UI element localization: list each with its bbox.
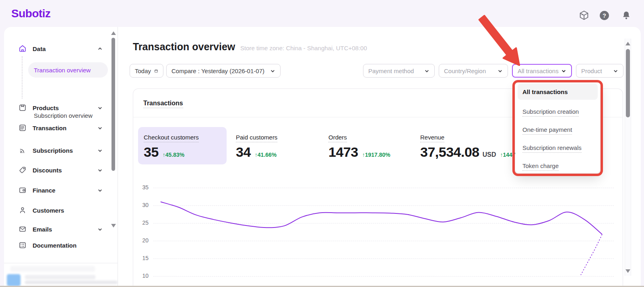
doc-icon (19, 241, 27, 249)
dropdown-item-label: Subscription renewals (522, 144, 582, 153)
tree-guide-line (22, 56, 23, 98)
sidebar-item-label: Customers (33, 207, 64, 214)
chevron-down-icon (97, 105, 103, 111)
sidebar-item-finance[interactable]: Finance (4, 182, 118, 198)
chevron-down-icon (97, 125, 103, 131)
main-scroll-down-arrow[interactable] (625, 269, 630, 273)
sidebar-scroll-area: Data Transaction overview Subscription o… (4, 27, 118, 232)
stat-paid-customers[interactable]: Paid customers 34 ↑41.66% (230, 127, 319, 164)
gridline (153, 188, 614, 188)
sidebar-item-label: Data (33, 45, 46, 52)
sidebar-item-transaction-overview[interactable]: Transaction overview (28, 62, 108, 78)
wallet-icon (19, 186, 27, 194)
product-filter[interactable]: Product (576, 64, 623, 78)
chevron-down-icon (424, 68, 429, 74)
stat-value: 35 (144, 144, 159, 160)
chevron-down-icon (270, 68, 275, 74)
sidebar-item-products[interactable]: Products (4, 100, 118, 116)
sidebar-item-documentation[interactable]: Documentation (4, 237, 118, 253)
sidebar-item-emails[interactable]: Emails (4, 221, 118, 232)
sidebar-scroll-down-arrow[interactable] (111, 224, 116, 228)
page-title: Transaction overview (133, 41, 235, 53)
stat-change: ↑41.66% (255, 152, 277, 158)
dropdown-item-token-charge[interactable]: Token charge (522, 158, 559, 176)
sidebar-item-label: Transaction (33, 125, 66, 131)
payment-method-placeholder: Payment method (368, 68, 414, 74)
main-scrollbar-thumb[interactable] (626, 49, 630, 117)
user-icon (19, 206, 27, 214)
stat-change: ↑1917.80% (362, 152, 390, 158)
blurred-row (25, 281, 118, 284)
stat-label: Paid customers (236, 134, 319, 141)
blurred-row (10, 266, 95, 272)
stat-value: 34 (236, 144, 251, 160)
sidebar-item-discounts[interactable]: Discounts (4, 162, 118, 178)
sidebar-item-data[interactable]: Data (4, 41, 118, 57)
sidebar-scroll-up-arrow[interactable] (111, 31, 116, 35)
calendar-icon (154, 68, 158, 74)
card-title: Transactions (143, 100, 183, 107)
gridline (153, 223, 614, 223)
chevron-down-icon (613, 68, 618, 74)
dropdown-item-all-transactions[interactable]: All transactions (518, 84, 598, 100)
gridline (153, 205, 614, 206)
stat-checkout-customers[interactable]: Checkout customers 35 ↑45.83% (138, 127, 227, 164)
chevron-down-icon (497, 68, 503, 74)
app-logo[interactable]: Subotiz (11, 7, 51, 20)
dropdown-item-label: Subscription creation (522, 108, 579, 117)
date-filter-button[interactable]: Today (130, 64, 163, 78)
sidebar-item-label: Discounts (33, 167, 62, 174)
account-widget-blurred[interactable] (5, 265, 114, 285)
chevron-down-icon (561, 68, 566, 74)
sidebar-item-customers[interactable]: Customers (4, 202, 118, 218)
chevron-down-icon (97, 227, 103, 232)
sidebar-item-subscriptions[interactable]: Subscriptions (4, 142, 118, 158)
home-icon (19, 45, 27, 53)
list-icon (19, 124, 27, 132)
stat-orders[interactable]: Orders 1473 ↑1917.80% (323, 127, 411, 164)
chevron-down-icon (97, 188, 103, 193)
y-axis-tick: 30 (133, 202, 149, 208)
dropdown-item-subscription-creation[interactable]: Subscription creation (522, 103, 579, 121)
y-axis-tick: 10 (133, 273, 149, 279)
sidebar-bottom-divider (4, 263, 118, 263)
main-scroll-up-arrow[interactable] (625, 42, 630, 45)
dropdown-item-one-time-payment[interactable]: One-time payment (522, 121, 572, 139)
stat-change: ↑45.83% (163, 152, 184, 158)
stat-value: 37,534.08 (420, 144, 479, 160)
dropdown-item-label: Token charge (522, 162, 559, 171)
stat-label: Orders (328, 134, 411, 141)
transaction-type-dropdown: All transactions Subscription creation O… (515, 83, 600, 173)
transaction-type-value: All transactions (518, 68, 559, 74)
sidebar-item-transaction[interactable]: Transaction (4, 120, 118, 136)
dropdown-item-label: One-time payment (522, 126, 572, 135)
dropdown-item-subscription-renewals[interactable]: Subscription renewals (522, 139, 582, 158)
y-axis-tick: 35 (133, 184, 149, 191)
chevron-up-icon (97, 46, 103, 51)
box-icon (19, 104, 27, 112)
mail-icon (19, 225, 27, 232)
help-icon[interactable]: ? (599, 10, 611, 22)
y-axis-tick: 25 (133, 219, 149, 226)
country-region-filter[interactable]: Country/Region (439, 64, 508, 78)
package-icon[interactable] (578, 10, 590, 21)
stat-unit: USD (483, 151, 496, 158)
rss-icon (19, 146, 27, 154)
timezone-note: Store time zone: China - Shanghai, UTC+0… (240, 45, 367, 51)
avatar (7, 274, 21, 286)
compare-filter-button[interactable]: Compare : Yesterday (2026-01-07) (166, 64, 281, 78)
dropdown-item-label: All transactions (522, 88, 568, 95)
chevron-down-icon (97, 168, 103, 173)
compare-filter-label: Compare : Yesterday (2026-01-07) (171, 68, 264, 74)
bell-icon[interactable] (621, 10, 632, 21)
sidebar-item-label: Finance (33, 187, 56, 194)
blurred-row (25, 275, 95, 279)
payment-method-filter[interactable]: Payment method (363, 64, 435, 78)
sidebar-item-label: Transaction overview (34, 67, 91, 74)
gridline (153, 276, 614, 277)
transaction-type-filter[interactable]: All transactions (512, 64, 572, 78)
gridline (153, 258, 614, 259)
sidebar-scrollbar-thumb[interactable] (111, 38, 115, 171)
date-filter-label: Today (135, 68, 151, 74)
stat-value: 1473 (328, 144, 358, 160)
